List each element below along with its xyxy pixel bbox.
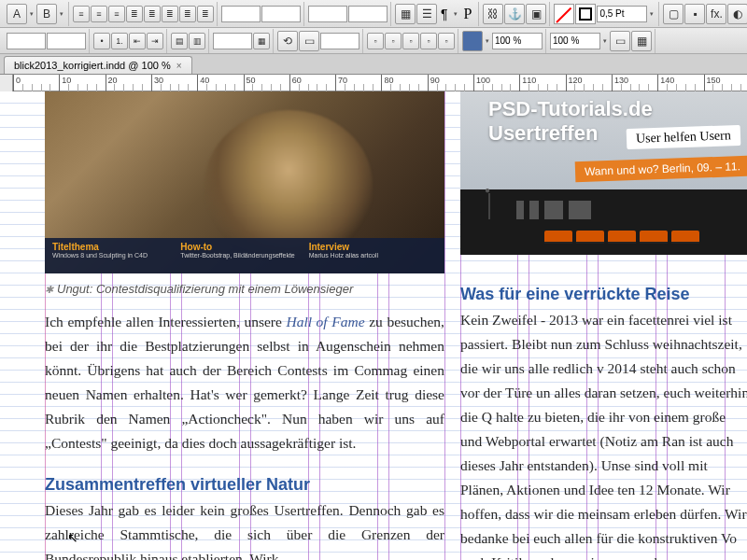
align-group: ≡ ≡ ≡ ≣ ≣ ≣ ≣ ≣ (70, 2, 218, 26)
wrap-next-button[interactable]: ▫ (438, 33, 455, 49)
p-style-icon: P (460, 6, 476, 22)
last-indent-field[interactable] (47, 33, 86, 49)
ruler-tick: 20 (106, 75, 118, 91)
tab-close-button[interactable]: × (176, 61, 182, 71)
justify-center-button[interactable]: ≣ (162, 6, 178, 22)
stroke-weight-field[interactable] (597, 6, 647, 22)
pilcrow-button[interactable]: ☰ (416, 4, 437, 24)
char-style-group: A ▾ B ▾ (4, 2, 69, 26)
story-direction-button[interactable]: ⟲ (277, 31, 298, 51)
document-tab-bar: blick2013_korrigiert.indd @ 100 % × (0, 54, 747, 75)
caption-bullet-icon: ✱ (45, 284, 53, 295)
wrap-jump-button[interactable]: ▫ (420, 33, 437, 49)
bullet-list-button[interactable]: • (93, 33, 110, 49)
space-after-field[interactable] (348, 6, 388, 22)
subheading: Was für eine verrückte Reise (460, 282, 747, 306)
view-group: ▾ ▭ ▦ (547, 29, 655, 53)
fx-button[interactable]: fx. (706, 4, 726, 24)
dropdown-arrow-icon[interactable]: ▾ (648, 10, 655, 18)
color-group: ▾ (459, 29, 546, 53)
justify-left-button[interactable]: ≣ (144, 6, 161, 22)
dropdown-arrow-icon[interactable]: ▾ (58, 10, 65, 18)
ruler-tick: 30 (151, 75, 163, 91)
tint-field[interactable] (492, 33, 543, 49)
char-style-a[interactable]: A (7, 4, 27, 24)
banner-tag: Wann und wo? Berlin, 09. – 11. (575, 156, 747, 183)
hero-col-2: How-to Twitter-Bootstrap, Bildänderungse… (180, 242, 308, 270)
object-tools-group: ⛓ ⚓ ▣ (480, 2, 550, 26)
dropdown-arrow-icon[interactable]: ▾ (601, 37, 609, 45)
columns-field[interactable] (213, 33, 252, 49)
fill-color-swatch[interactable] (462, 31, 483, 51)
text-frame-right[interactable]: Was für eine verrückte Reise Kein Zweife… (460, 282, 747, 560)
baseline-grid-button[interactable]: ▦ (395, 4, 416, 24)
banner-image-frame[interactable]: PSD-Tutorials.de Usertreffen User helfen… (460, 91, 747, 255)
horizontal-ruler[interactable]: 0102030405060708090100110120130140150160 (0, 75, 747, 91)
wrap-shape-button[interactable]: ▫ (402, 33, 419, 49)
align-right-button[interactable]: ≡ (108, 6, 125, 22)
arrange-button[interactable]: ▦ (631, 31, 652, 51)
control-panel-row2: • 1. ⇤ ⇥ ▤ ▥ ▦ ⟲ ▭ ▫ ▫ ▫ ▫ ▫ ▾ ▾ ▭ ▦ (0, 28, 747, 54)
hero-sub-2: Twitter-Bootstrap, Bildänderungseffekte (180, 252, 308, 259)
ruler-tick: 50 (244, 75, 256, 91)
justify-all-button[interactable]: ≣ (197, 6, 214, 22)
ruler-tick: 80 (381, 75, 393, 91)
grid-align-group: ▤ ▥ (168, 29, 209, 53)
hero-label-2: How-to (180, 242, 308, 252)
wrap-group: ▫ ▫ ▫ ▫ ▫ (364, 29, 458, 53)
first-indent-field[interactable] (7, 33, 46, 49)
frame-options-button[interactable]: ▭ (299, 31, 319, 51)
drop-shadow-button[interactable]: ▪ (684, 4, 705, 24)
align-left-button[interactable]: ≡ (73, 6, 90, 22)
hall-of-fame-link: Hall of Fame (286, 314, 364, 329)
dropdown-arrow-icon[interactable]: ▾ (484, 37, 491, 45)
stroke-swatch[interactable] (575, 4, 596, 24)
left-indent-field[interactable] (221, 6, 261, 22)
dropdown-arrow-icon[interactable]: ▾ (452, 10, 459, 18)
wrap-bbox-button[interactable]: ▫ (385, 33, 402, 49)
control-panel-row1: A ▾ B ▾ ≡ ≡ ≡ ≣ ≣ ≣ ≣ ≣ ▦ ☰ ¶ ▾ P ⛓ ⚓ ▣ … (0, 0, 747, 28)
number-list-button[interactable]: 1. (111, 33, 128, 49)
anchor-icon[interactable]: ⚓ (504, 4, 525, 24)
hero-label-3: Interview (309, 242, 437, 252)
indent-button[interactable]: ⇥ (147, 33, 163, 49)
document-canvas[interactable]: Titelthema Windows 8 und Sculpting in C4… (0, 91, 747, 560)
hero-col-1: Titelthema Windows 8 und Sculpting in C4… (52, 242, 180, 270)
opacity-icon[interactable]: ◐ (727, 4, 747, 24)
wrap-none-button[interactable]: ▫ (367, 33, 384, 49)
hero-sub-1: Windows 8 und Sculpting in C4D (52, 252, 180, 259)
text-frame-left[interactable]: Ich empfehle allen Interessierten, unser… (45, 310, 444, 560)
justify-button[interactable]: ≣ (126, 6, 143, 22)
columns-group: ▦ (210, 29, 274, 53)
span-columns-button[interactable]: ▦ (253, 33, 270, 49)
image-caption[interactable]: ✱Ungut: Contestdisqualifizierung mit ein… (45, 282, 353, 296)
ruler-tick: 0 (13, 75, 21, 91)
align-to-grid-button[interactable]: ▤ (171, 33, 188, 49)
document-tab[interactable]: blick2013_korrigiert.indd @ 100 % × (4, 56, 192, 74)
dropdown-arrow-icon[interactable]: ▾ (28, 10, 35, 18)
hero-image-frame[interactable]: Titelthema Windows 8 und Sculpting in C4… (45, 91, 444, 273)
corner-options-button[interactable]: ▢ (663, 4, 684, 24)
list-group (4, 29, 90, 53)
hero-col-3: Interview Marius Hotz alias artcoll (309, 242, 437, 270)
hero-sub-3: Marius Hotz alias artcoll (309, 252, 437, 259)
zoom-field[interactable] (550, 33, 600, 49)
chain-icon[interactable]: ⛓ (483, 4, 503, 24)
fill-none-swatch[interactable] (554, 4, 574, 24)
rotation-field[interactable] (320, 33, 359, 49)
justify-right-button[interactable]: ≣ (179, 6, 196, 22)
ruler-tick: 60 (289, 75, 302, 91)
space-before-field[interactable] (308, 6, 347, 22)
indent-group (218, 2, 304, 26)
outdent-button[interactable]: ⇤ (129, 33, 146, 49)
ruler-tick: 10 (59, 75, 71, 91)
no-grid-button[interactable]: ▥ (189, 33, 205, 49)
char-style-b[interactable]: B (36, 4, 57, 24)
screen-mode-button[interactable]: ▭ (610, 31, 630, 51)
ruler-origin[interactable] (0, 75, 13, 91)
ruler-tick: 90 (428, 75, 440, 91)
text-wrap-icon[interactable]: ▣ (526, 4, 546, 24)
align-center-button[interactable]: ≡ (91, 6, 107, 22)
right-indent-field[interactable] (261, 6, 301, 22)
fill-stroke-group: ▾ (551, 2, 659, 26)
